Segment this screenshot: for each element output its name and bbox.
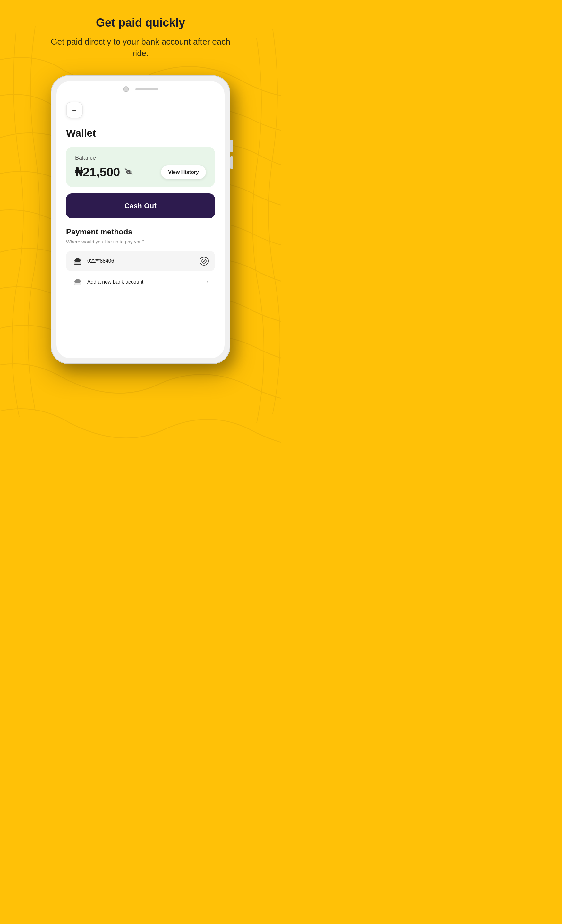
phone-side-buttons	[230, 140, 233, 169]
app-content: ← Wallet Balance ₦21,500	[56, 95, 225, 304]
view-history-button[interactable]: View History	[161, 165, 206, 179]
chevron-right-icon: ›	[207, 278, 209, 285]
balance-card: Balance ₦21,500	[66, 147, 215, 187]
account-number: 022**88406	[87, 258, 200, 264]
balance-amount: ₦21,500	[75, 165, 120, 179]
phone-top-bar	[56, 81, 225, 95]
svg-rect-10	[76, 279, 79, 280]
svg-rect-5	[76, 258, 79, 260]
hero-title: Get paid quickly	[96, 16, 185, 30]
payment-methods-title: Payment methods	[66, 227, 215, 236]
eye-slash-icon[interactable]	[125, 168, 133, 176]
hero-subtitle: Get paid directly to your bank account a…	[44, 36, 237, 59]
phone-speaker	[135, 88, 158, 90]
payment-methods-subtitle: Where would you like us to pay you?	[66, 239, 215, 244]
cashout-button[interactable]: Cash Out	[66, 194, 215, 218]
bank-account-item[interactable]: 022**88406	[66, 251, 215, 272]
check-icon	[200, 256, 209, 266]
phone-inner: ← Wallet Balance ₦21,500	[56, 81, 225, 358]
wallet-title: Wallet	[66, 128, 215, 139]
add-bank-icon	[72, 278, 83, 286]
balance-label: Balance	[75, 154, 206, 161]
add-account-item[interactable]: Add a new bank account ›	[66, 272, 215, 291]
back-arrow-icon: ←	[71, 107, 78, 113]
content-wrapper: Get paid quickly Get paid directly to yo…	[0, 0, 281, 364]
add-account-label: Add a new bank account	[87, 279, 207, 285]
balance-amount-group: ₦21,500	[75, 165, 133, 179]
balance-row: ₦21,500 View History	[75, 165, 206, 179]
phone-mockup: ← Wallet Balance ₦21,500	[51, 75, 230, 364]
back-button[interactable]: ←	[66, 102, 83, 118]
side-button-2	[230, 156, 233, 169]
side-button-1	[230, 140, 233, 152]
bank-icon	[72, 257, 83, 265]
phone-camera	[123, 86, 129, 92]
